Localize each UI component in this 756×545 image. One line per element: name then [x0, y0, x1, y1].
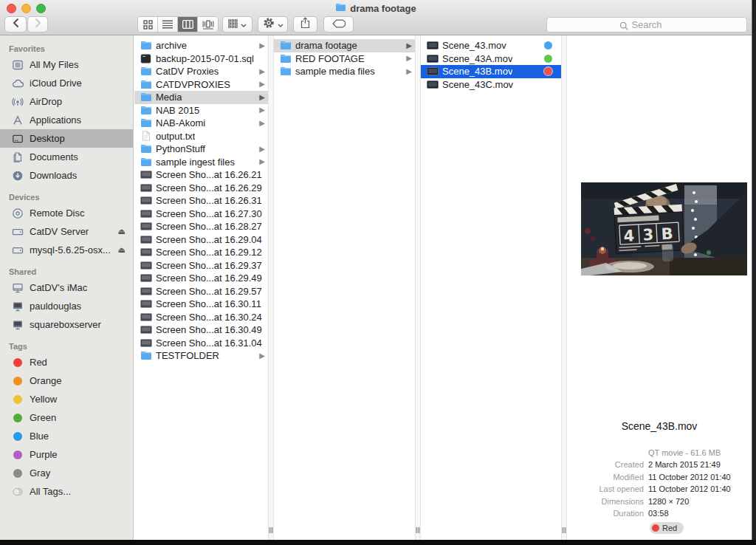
file-row[interactable]: sample media files ▶	[274, 65, 415, 78]
column-resize-handle[interactable]	[416, 527, 420, 533]
file-row[interactable]: Screen Sho...at 16.29.12	[134, 246, 268, 259]
file-row[interactable]: NAB 2015 ▶	[134, 104, 268, 117]
sidebar-item[interactable]: Red	[0, 353, 133, 371]
sidebar-item[interactable]: All Tags...	[0, 482, 133, 501]
file-row[interactable]: backup-2015-07-01.sql	[134, 52, 268, 66]
action-menu-button[interactable]	[258, 16, 288, 32]
sidebar-item[interactable]: CatDV Server ⏏	[0, 222, 133, 241]
file-name: Media	[156, 92, 182, 103]
sidebar-item[interactable]: pauldouglas	[0, 297, 133, 315]
sidebar-item[interactable]: AirDrop	[0, 92, 133, 111]
sidebar-item[interactable]: Gray	[0, 464, 133, 482]
column-view-button[interactable]	[178, 17, 198, 32]
preview-thumbnail[interactable]: 4 3 B	[581, 182, 747, 275]
sidebar-item[interactable]: CatDV's iMac	[0, 278, 133, 297]
preview-kind-size: QT movie - 61.6 MB	[648, 447, 731, 459]
file-icon	[140, 66, 152, 76]
sidebar-item[interactable]: All My Files	[0, 55, 133, 74]
file-icon	[140, 287, 152, 295]
coverflow-view-button[interactable]	[198, 17, 218, 32]
sidebar-item[interactable]: Blue	[0, 427, 133, 445]
sidebar-item[interactable]: Green	[0, 408, 133, 427]
file-row[interactable]: Screen Sho...at 16.26.31	[134, 194, 268, 208]
eject-icon[interactable]: ⏏	[118, 245, 126, 255]
edit-tags-button[interactable]	[323, 16, 354, 32]
file-row[interactable]: Screen Sho...at 16.30.49	[134, 323, 268, 337]
column-divider[interactable]	[561, 35, 567, 540]
sidebar-item[interactable]: Downloads	[0, 166, 133, 185]
chevron-right-icon: ▶	[406, 42, 412, 49]
back-button[interactable]	[4, 16, 27, 32]
sidebar-item[interactable]: Purple	[0, 445, 133, 464]
list-view-button[interactable]	[158, 17, 178, 32]
sidebar-item[interactable]: Documents	[0, 148, 133, 166]
sidebar-item-icon	[11, 132, 24, 145]
file-row[interactable]: Screen Sho...at 16.30.11	[134, 298, 268, 311]
sidebar-section-title: Devices	[0, 191, 133, 204]
file-row[interactable]: Screen Sho...at 16.31.04	[134, 337, 268, 350]
preview-tag-badge[interactable]: Red	[650, 522, 684, 534]
sidebar-item[interactable]: iCloud Drive	[0, 74, 133, 92]
metadata-value: 11 October 2012 01:40	[648, 483, 731, 495]
sidebar-item[interactable]: Remote Disc	[0, 204, 133, 222]
sidebar-item-icon	[11, 374, 24, 388]
file-icon	[140, 131, 152, 141]
icon-view-button[interactable]	[138, 17, 158, 32]
file-row[interactable]: drama footage ▶	[274, 39, 415, 52]
file-row[interactable]: Screen Sho...at 16.29.57	[134, 285, 268, 298]
file-row[interactable]: Screen Sho...at 16.29.49	[134, 272, 268, 285]
file-row[interactable]: TESTFOLDER ▶	[134, 349, 268, 363]
column-resize-handle[interactable]	[563, 527, 566, 533]
file-row[interactable]: Screen Sho...at 16.30.24	[134, 311, 268, 324]
chevron-right-icon: ▶	[259, 42, 265, 49]
file-icon	[279, 66, 292, 76]
column-divider[interactable]	[415, 35, 421, 540]
file-row[interactable]: Screen Sho...at 16.27.30	[134, 208, 268, 221]
file-icon	[279, 41, 292, 50]
sidebar-item[interactable]: squareboxserver	[0, 315, 133, 334]
file-icon	[140, 274, 152, 282]
sidebar-item[interactable]: mysql-5.6.25-osx... ⏏	[0, 241, 133, 259]
file-row[interactable]: Screen Sho...at 16.26.29	[134, 182, 268, 195]
sidebar-section-title: Favorites	[0, 42, 133, 55]
file-row[interactable]: Scene_43A.mov	[421, 52, 561, 66]
file-icon	[140, 248, 152, 256]
chevron-down-icon	[241, 18, 247, 31]
file-icon	[140, 210, 152, 218]
sidebar-item-icon	[11, 58, 24, 72]
sidebar-item[interactable]: Desktop	[0, 129, 133, 148]
file-row[interactable]: Screen Sho...at 16.29.04	[134, 233, 268, 247]
file-row[interactable]: Screen Sho...at 16.28.27	[134, 220, 268, 233]
file-row[interactable]: Screen Sho...at 16.29.37	[134, 259, 268, 272]
sidebar-item[interactable]: Orange	[0, 371, 133, 390]
arrange-menu-button[interactable]	[222, 16, 252, 32]
file-row[interactable]: archive ▶	[134, 39, 268, 52]
file-row[interactable]: Scene_43C.mov	[421, 78, 561, 92]
file-name: TESTFOLDER	[156, 350, 219, 361]
eject-icon[interactable]: ⏏	[118, 227, 126, 236]
file-icon	[140, 92, 152, 102]
chevron-right-icon: ▶	[259, 352, 265, 360]
column-resize-handle[interactable]	[269, 527, 273, 533]
sidebar-item-icon	[11, 225, 24, 239]
column-divider[interactable]	[268, 35, 274, 540]
chevron-right-icon: ▶	[259, 80, 265, 88]
file-row[interactable]: Media ▶	[134, 91, 268, 104]
file-row[interactable]: output.txt	[134, 130, 268, 143]
file-row[interactable]: Screen Sho...at 16.26.21	[134, 168, 268, 182]
file-row[interactable]: NAB-Akomi ▶	[134, 117, 268, 130]
forward-button[interactable]	[27, 16, 48, 32]
file-row[interactable]: CATDVPROXIES ▶	[134, 78, 268, 92]
sidebar-item[interactable]: Yellow	[0, 390, 133, 408]
sidebar-item[interactable]: Applications	[0, 111, 133, 129]
file-row[interactable]: Scene_43B.mov	[421, 65, 561, 78]
search-input[interactable]	[547, 18, 746, 32]
file-row[interactable]: Scene_43.mov	[421, 39, 561, 52]
file-row[interactable]: PythonStuff ▶	[134, 143, 268, 156]
file-row[interactable]: sample ingest files ▶	[134, 156, 268, 169]
chevron-right-icon: ▶	[406, 68, 412, 75]
share-button[interactable]	[293, 16, 317, 32]
file-row[interactable]: CatDV Proxies ▶	[134, 65, 268, 78]
file-name: Screen Sho...at 16.28.27	[156, 221, 262, 232]
file-row[interactable]: RED FOOTAGE ▶	[274, 52, 415, 66]
